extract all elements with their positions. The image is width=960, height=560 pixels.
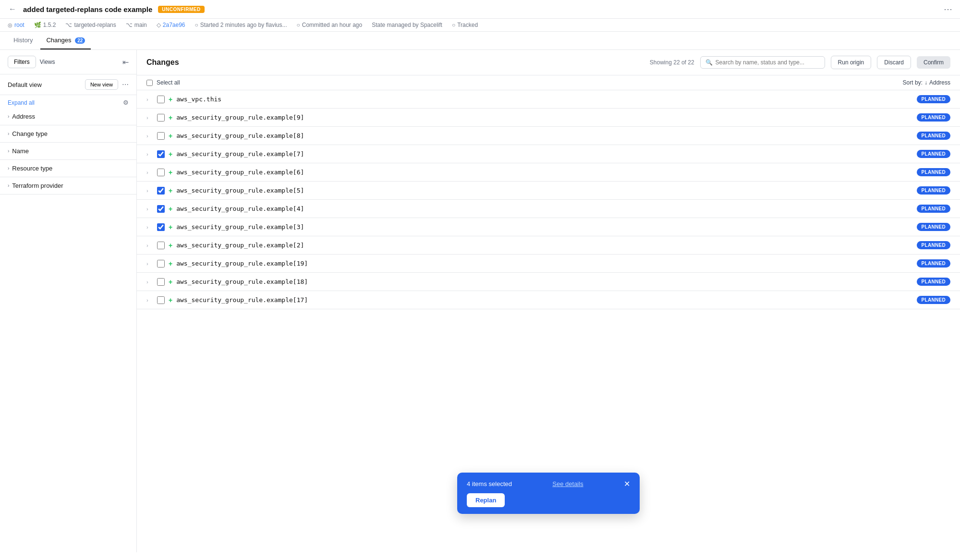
filter-resource-type-header[interactable]: › Resource type <box>0 160 136 177</box>
expand-row-chevron[interactable]: › <box>146 261 153 267</box>
root-link[interactable]: root <box>14 22 24 28</box>
chevron-right-icon2: › <box>8 131 9 136</box>
add-icon: + <box>169 150 172 158</box>
version-icon: 🌿 <box>34 22 41 28</box>
expand-row-chevron[interactable]: › <box>146 170 153 175</box>
sidebar: Filters Views ⇤ Default view New view ⋯ … <box>0 50 137 552</box>
search-input[interactable] <box>716 59 820 66</box>
meta-committed: ○ Committed an hour ago <box>297 22 363 28</box>
row-checkbox[interactable] <box>157 132 165 140</box>
changes-title: Changes <box>146 58 179 67</box>
expand-row-chevron[interactable]: › <box>146 115 153 121</box>
view-more-button[interactable]: ⋯ <box>122 81 129 88</box>
status-badge: PLANNED <box>917 186 950 195</box>
row-checkbox[interactable] <box>157 223 165 231</box>
filter-name: › Name <box>0 143 136 160</box>
resource-name: aws_security_group_rule.example[3] <box>176 223 912 231</box>
more-button[interactable]: ⋯ <box>944 4 952 14</box>
expand-row-chevron[interactable]: › <box>146 133 153 139</box>
add-icon: + <box>169 223 172 231</box>
row-checkbox[interactable] <box>157 169 165 176</box>
showing-count: Showing 22 of 22 <box>650 59 694 66</box>
row-checkbox[interactable] <box>157 296 165 304</box>
filter-change-type-label: Change type <box>12 130 48 137</box>
status-badge: PLANNED <box>917 259 950 268</box>
expand-row-chevron[interactable]: › <box>146 243 153 248</box>
meta-bar: ◎ root 🌿 1.5.2 ⌥ targeted-replans ⌥ main… <box>0 19 960 32</box>
status-badge: PLANNED <box>917 113 950 122</box>
filters-button[interactable]: Filters <box>8 56 36 68</box>
content-header: Changes Showing 22 of 22 🔍 Run origin Di… <box>137 50 960 75</box>
filter-name-header[interactable]: › Name <box>0 143 136 159</box>
commit-clock-icon: ○ <box>297 22 300 28</box>
resource-name: aws_security_group_rule.example[19] <box>176 260 912 267</box>
resource-name: aws_vpc.this <box>176 96 912 103</box>
row-checkbox[interactable] <box>157 114 165 122</box>
row-checkbox[interactable] <box>157 205 165 213</box>
see-details-link[interactable]: See details <box>552 480 583 487</box>
row-checkbox[interactable] <box>157 260 165 268</box>
chevron-right-icon3: › <box>8 148 9 154</box>
popup-close-button[interactable]: ✕ <box>624 479 630 488</box>
status-badge: PLANNED <box>917 241 950 249</box>
expand-row-chevron[interactable]: › <box>146 297 153 303</box>
select-all-checkbox[interactable] <box>146 80 153 86</box>
main-layout: Filters Views ⇤ Default view New view ⋯ … <box>0 50 960 552</box>
confirm-button[interactable]: Confirm <box>917 56 950 69</box>
status-badge: PLANNED <box>917 150 950 158</box>
search-box[interactable]: 🔍 <box>700 56 825 69</box>
popup-selected-text: 4 items selected <box>467 480 512 487</box>
tab-history[interactable]: History <box>8 32 38 49</box>
expand-all-row: Expand all ⚙ <box>0 95 136 108</box>
new-view-button[interactable]: New view <box>85 79 118 90</box>
table-row: › + aws_security_group_rule.example[2] P… <box>137 236 960 255</box>
row-checkbox[interactable] <box>157 242 165 249</box>
meta-main: ⌥ main <box>126 22 147 28</box>
filter-resource-type-label: Resource type <box>12 165 52 172</box>
views-button[interactable]: Views <box>40 59 55 65</box>
expand-row-chevron[interactable]: › <box>146 151 153 157</box>
tab-changes[interactable]: Changes 22 <box>40 32 91 49</box>
row-checkbox[interactable] <box>157 150 165 158</box>
status-badge: PLANNED <box>917 132 950 140</box>
expand-row-chevron[interactable]: › <box>146 97 153 102</box>
resource-name: aws_security_group_rule.example[9] <box>176 114 912 121</box>
add-icon: + <box>169 96 172 103</box>
add-icon: + <box>169 169 172 176</box>
gear-button[interactable]: ⚙ <box>123 99 129 106</box>
filter-terraform-provider-label: Terraform provider <box>12 182 63 189</box>
chevron-right-icon: › <box>8 114 9 119</box>
filter-address-header[interactable]: › Address <box>0 108 136 125</box>
resource-name: aws_security_group_rule.example[4] <box>176 205 912 212</box>
row-checkbox[interactable] <box>157 96 165 103</box>
table-row: › + aws_security_group_rule.example[5] P… <box>137 182 960 200</box>
table-row: › + aws_security_group_rule.example[7] P… <box>137 145 960 163</box>
replan-button[interactable]: Replan <box>467 493 505 507</box>
row-checkbox[interactable] <box>157 278 165 286</box>
commit-link[interactable]: 2a7ae96 <box>163 22 185 28</box>
chevron-right-icon5: › <box>8 183 9 188</box>
status-badge: PLANNED <box>917 95 950 103</box>
expand-row-chevron[interactable]: › <box>146 188 153 194</box>
expand-all-link[interactable]: Expand all <box>8 99 35 106</box>
expand-row-chevron[interactable]: › <box>146 224 153 230</box>
filter-change-type-header[interactable]: › Change type <box>0 125 136 142</box>
add-icon: + <box>169 296 172 304</box>
root-icon: ◎ <box>8 22 12 28</box>
expand-row-chevron[interactable]: › <box>146 206 153 212</box>
resource-name: aws_security_group_rule.example[2] <box>176 242 912 249</box>
filter-terraform-provider-header[interactable]: › Terraform provider <box>0 177 136 194</box>
sort-icon: ↓ <box>924 79 927 86</box>
collapse-button[interactable]: ⇤ <box>122 58 129 67</box>
run-origin-button[interactable]: Run origin <box>831 56 872 69</box>
resource-name: aws_security_group_rule.example[18] <box>176 278 912 285</box>
select-all-label[interactable]: Select all <box>146 79 180 86</box>
discard-button[interactable]: Discard <box>877 56 911 69</box>
row-checkbox[interactable] <box>157 187 165 195</box>
status-badge: PLANNED <box>917 296 950 304</box>
meta-commit: ◇ 2a7ae96 <box>157 22 185 28</box>
back-button[interactable]: ← <box>8 4 17 14</box>
expand-row-chevron[interactable]: › <box>146 279 153 285</box>
status-badge: PLANNED <box>917 223 950 231</box>
resource-name: aws_security_group_rule.example[5] <box>176 187 912 194</box>
